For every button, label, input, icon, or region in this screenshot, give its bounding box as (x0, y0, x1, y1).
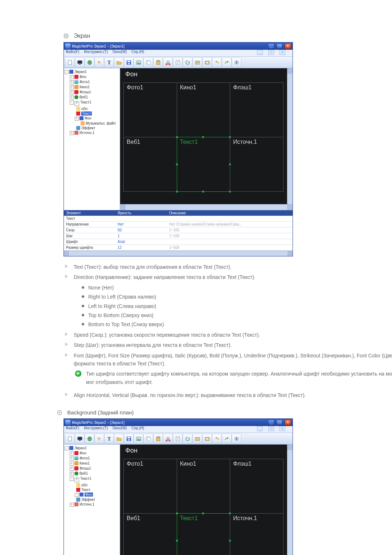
canvas[interactable]: Фон Фото1 Кино1 Флэш1 Веб1 Текст1 Источн… (120, 445, 293, 555)
tool-info-icon[interactable]: i (232, 434, 241, 443)
inner-restore-button[interactable]: □ (268, 50, 274, 55)
tool-save-icon[interactable] (124, 434, 134, 443)
tool-text-icon[interactable]: T (104, 434, 114, 443)
canvas[interactable]: Фон Фото1 Кино1 Флэш1 Веб1 Текст1 Источн… (120, 68, 293, 210)
maximize-button[interactable]: □ (276, 43, 283, 49)
tool-info-icon[interactable]: i (232, 57, 241, 67)
table-row[interactable]: Текст (64, 216, 293, 222)
menu-file[interactable]: Файл(F) (66, 426, 79, 430)
props-text-rows: ТекстНаправлениеНетНет /Справа налево/Сл… (64, 216, 293, 251)
table-row[interactable]: Размер шрифта121~500 (64, 245, 293, 251)
tool-globe-icon[interactable] (85, 434, 94, 443)
cell-source[interactable]: Источн.1 (230, 137, 283, 192)
canvas-hscroll[interactable] (120, 204, 293, 210)
close-button[interactable]: × (285, 420, 291, 425)
inner-minimize-button[interactable]: _ (257, 50, 263, 55)
doc-font-note: Тип шрифта соответствует шрифту компьюте… (75, 370, 392, 386)
tree-selected-text[interactable]: Текст (81, 112, 92, 116)
tool-monitor-icon[interactable] (75, 57, 85, 67)
tool-cut-icon[interactable] (163, 57, 173, 67)
globe-icon (64, 33, 69, 39)
tool-open-icon[interactable] (114, 434, 124, 443)
tool-props-icon[interactable] (173, 57, 183, 67)
menu-help[interactable]: Спр.(H) (131, 426, 144, 430)
cell-web[interactable]: Веб1 (123, 513, 177, 555)
minimize-button[interactable]: _ (268, 420, 274, 425)
menu-tools[interactable]: Инструмен.(T) (84, 50, 108, 54)
tool-image-icon[interactable] (134, 434, 143, 443)
vscroll-up-icon[interactable] (287, 445, 293, 450)
tool-new-icon[interactable] (65, 434, 75, 443)
tool-text-icon[interactable]: T (104, 57, 114, 67)
inner-close-button[interactable]: × (279, 50, 285, 55)
tool-undo-icon[interactable] (212, 57, 222, 67)
cell-source[interactable]: Источн.1 (230, 513, 283, 555)
table-row[interactable]: Шаг11~100 (64, 233, 293, 239)
tool-refresh-icon[interactable] (183, 434, 192, 443)
cell-movie[interactable]: Кино1 (177, 459, 230, 514)
menu-help[interactable]: Спр.(H) (131, 50, 144, 54)
doc-font: Font (Шрифт), Font Size (Размер шрифта),… (64, 352, 392, 368)
tool-undo-icon[interactable] (212, 434, 222, 443)
bg-node-icon (79, 493, 83, 497)
tool-save-icon[interactable] (124, 57, 134, 67)
tool-copy-icon[interactable] (143, 434, 153, 443)
inner-close-button[interactable]: × (279, 426, 285, 431)
props-hscroll[interactable] (64, 251, 293, 256)
table-row[interactable]: ШрифтArial (64, 239, 293, 245)
tool-new-icon[interactable] (65, 57, 75, 67)
canvas-bg-label: Фон (125, 70, 138, 78)
tool-globe-icon[interactable] (85, 57, 94, 67)
tree-text[interactable]: -Экран1 +Фон +Фото1 +Кино1 +Флэш1 +Веб1 … (64, 68, 120, 210)
tool-paste-icon[interactable] (153, 434, 163, 443)
tool-back-icon[interactable] (192, 434, 202, 443)
table-row[interactable]: НаправлениеНетНет /Справа налево/Слева н… (64, 222, 293, 227)
tool-front-icon[interactable] (202, 57, 212, 67)
tool-copy-icon[interactable] (143, 57, 153, 67)
text-t-icon: T (74, 478, 79, 482)
close-button[interactable]: × (285, 43, 291, 49)
cell-web[interactable]: Веб1 (123, 137, 177, 192)
cell-text-selected[interactable]: Текст1 (177, 137, 230, 192)
web-icon (74, 471, 78, 475)
tool-paste-icon[interactable] (153, 57, 163, 67)
inner-minimize-button[interactable]: _ (257, 426, 263, 431)
inner-restore-button[interactable]: □ (268, 426, 274, 431)
tool-back-icon[interactable] (192, 57, 202, 67)
maximize-button[interactable]: □ (276, 420, 283, 425)
tool-arrow-icon[interactable] (94, 434, 104, 443)
tree-selected-bg[interactable]: Фон (85, 493, 93, 497)
globe-icon (57, 410, 62, 415)
minimize-button[interactable]: _ (268, 43, 274, 49)
tool-redo-icon[interactable] (222, 57, 232, 67)
vscroll-up-icon[interactable] (287, 68, 293, 74)
menu-window[interactable]: Окно(W) (113, 50, 127, 54)
area-icon (76, 107, 80, 111)
cell-photo[interactable]: Фото1 (123, 82, 177, 137)
tool-refresh-icon[interactable] (183, 57, 192, 67)
tool-cut-icon[interactable] (163, 434, 173, 443)
cell-photo[interactable]: Фото1 (123, 459, 177, 514)
cell-flash[interactable]: Флэш1 (230, 459, 283, 514)
tool-image-icon[interactable] (134, 57, 143, 67)
cell-flash[interactable]: Флэш1 (230, 82, 283, 137)
screen-icon (69, 446, 73, 450)
cell-movie[interactable]: Кино1 (177, 82, 230, 137)
photo-icon (74, 80, 78, 84)
menu-tools[interactable]: Инструмен.(T) (84, 426, 108, 430)
col-element: Элемент (64, 210, 115, 216)
menu-file[interactable]: Файл(F) (66, 50, 79, 54)
tool-redo-icon[interactable] (222, 434, 232, 443)
menu-window[interactable]: Окно(W) (113, 426, 127, 430)
tool-arrow-icon[interactable] (94, 57, 104, 67)
music-icon (81, 121, 85, 125)
cell-text-selected[interactable]: Текст1 (177, 513, 230, 555)
tool-props-icon[interactable] (173, 434, 183, 443)
tool-monitor-icon[interactable] (75, 434, 85, 443)
tool-front-icon[interactable] (202, 434, 212, 443)
tree-bg[interactable]: -Экран1 +Фон +Фото1 +Кино1 +Флэш1 +Веб1 … (64, 445, 120, 555)
tool-open-icon[interactable] (114, 57, 124, 67)
table-row[interactable]: Скор.501~100 (64, 227, 293, 233)
toolbar: T i (64, 433, 293, 445)
doc-align: Align Horizontal, Vertical (Вырав. по го… (64, 391, 392, 399)
